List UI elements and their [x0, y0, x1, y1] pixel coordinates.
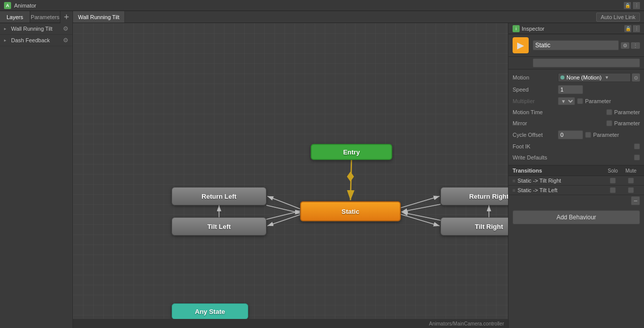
motion-time-param-label: Parameter	[614, 109, 640, 115]
status-bar-text: Animators/MainCamera.controller	[429, 321, 504, 326]
node-return-right[interactable]: Return Right	[441, 187, 508, 205]
motion-time-checkbox[interactable]	[606, 109, 612, 115]
write-defaults-label: Write Defaults	[513, 154, 558, 160]
inspector-title-bar: i Inspector 🔒 ⋮	[509, 23, 644, 34]
multiplier-label: Multiplier	[513, 98, 558, 104]
node-static-label: Static	[341, 208, 359, 215]
transition-label-tilt-right: Static -> Tilt Right	[518, 178, 604, 184]
node-entry-label: Entry	[343, 148, 360, 156]
lock-btn[interactable]: 🔒	[624, 2, 631, 9]
motion-dot	[560, 75, 564, 79]
node-tilt-right[interactable]: Tilt Right	[441, 217, 508, 235]
sidebar-item-label-wall-running-tilt: Wall Running Tilt	[11, 26, 63, 32]
node-tilt-right-label: Tilt Right	[475, 223, 503, 230]
inspector-settings-btn[interactable]: ⚙	[621, 42, 629, 49]
transition-row-tilt-left[interactable]: ≡ Static -> Tilt Left	[509, 186, 644, 195]
cycle-offset-param-label: Parameter	[593, 132, 619, 138]
multiplier-param-label: Parameter	[585, 98, 611, 104]
svg-marker-4	[347, 172, 354, 182]
node-any-state-label: Any State	[195, 308, 225, 315]
transition-solo-cb-tilt-left	[604, 187, 622, 193]
multiplier-row: Multiplier ▼ Parameter	[509, 96, 644, 107]
multiplier-checkbox[interactable]	[577, 98, 583, 104]
node-entry[interactable]: Entry	[311, 144, 392, 160]
inspector-lock-btn[interactable]: 🔒	[624, 25, 631, 32]
svg-line-8	[266, 211, 301, 219]
svg-line-12	[402, 212, 441, 220]
inspector-menu-btn[interactable]: ⋮	[633, 25, 640, 32]
mirror-checkbox[interactable]	[606, 120, 612, 126]
inspector-icon: i	[513, 25, 520, 32]
inspector-obj-btns: ⚙ ⋮	[621, 42, 640, 49]
node-static[interactable]: Static	[300, 201, 401, 221]
node-any-state[interactable]: Any State	[172, 303, 248, 319]
svg-line-5	[267, 196, 301, 209]
motion-label: Motion	[513, 74, 558, 80]
mute-checkbox-tilt-left[interactable]	[628, 187, 634, 193]
motion-time-label: Motion Time	[513, 109, 558, 115]
inspector-title-btns: 🔒 ⋮	[624, 25, 640, 32]
remove-transition-btn[interactable]: −	[631, 196, 640, 205]
mirror-row: Mirror Parameter	[509, 118, 644, 129]
add-behaviour-btn[interactable]: Add Behaviour	[513, 210, 640, 224]
canvas-area: Entry Static Return Left Tilt Left Retur…	[73, 23, 508, 328]
auto-live-link-btn[interactable]: Auto Live Link	[596, 13, 640, 22]
transitions-minus-area: −	[509, 195, 644, 206]
transitions-title: Transitions	[513, 168, 604, 174]
state-machine-icon: ▶	[513, 37, 529, 53]
motion-select[interactable]: None (Motion) ▼	[558, 73, 631, 82]
title-bar-actions: 🔒 ⋮	[624, 2, 640, 9]
svg-line-6	[266, 205, 301, 213]
cycle-offset-input[interactable]	[558, 130, 583, 139]
foot-ik-checkbox[interactable]	[634, 143, 640, 149]
gear-icon-wall-running-tilt[interactable]: ⚙	[63, 25, 68, 32]
transition-label-tilt-left: Static -> Tilt Left	[518, 187, 604, 193]
node-return-left[interactable]: Return Left	[172, 187, 266, 205]
node-tilt-left[interactable]: Tilt Left	[172, 217, 266, 235]
svg-line-10	[401, 204, 441, 212]
transition-handle-icon: ≡	[513, 178, 516, 184]
title-bar: A Animator 🔒 ⋮	[0, 0, 644, 11]
transition-solo-cb-tilt-right	[604, 178, 622, 184]
speed-row: Speed	[509, 84, 644, 96]
inspector-title: Inspector	[522, 26, 624, 32]
connector-svg	[73, 23, 508, 328]
add-layer-btn[interactable]: +	[60, 11, 73, 23]
speed-input[interactable]	[558, 85, 583, 94]
cycle-offset-checkbox[interactable]	[585, 132, 591, 138]
tag-row	[509, 57, 644, 69]
inspector-more-btn[interactable]: ⋮	[631, 42, 640, 49]
solo-checkbox-tilt-left[interactable]	[610, 187, 616, 193]
svg-line-3	[350, 160, 351, 200]
title-bar-title: Animator	[14, 3, 36, 9]
node-return-right-label: Return Right	[469, 193, 508, 200]
svg-line-11	[401, 214, 440, 226]
transition-row-tilt-right[interactable]: ≡ Static -> Tilt Right	[509, 176, 644, 186]
object-name-input[interactable]	[533, 40, 619, 50]
node-return-left-label: Return Left	[201, 193, 236, 200]
solo-checkbox-tilt-right[interactable]	[610, 178, 616, 184]
gear-icon-dash-feedback[interactable]: ⚙	[63, 37, 68, 44]
tag-input[interactable]	[533, 58, 640, 67]
foot-ik-label: Foot IK	[513, 143, 558, 149]
transition-mute-cb-tilt-right	[622, 178, 640, 184]
sidebar-item-wall-running-tilt[interactable]: ▸ Wall Running Tilt ⚙	[0, 23, 73, 35]
tab-wall-running-tilt[interactable]: Wall Running Tilt	[73, 11, 125, 23]
node-tilt-left-label: Tilt Left	[207, 223, 231, 230]
tab-parameters[interactable]: Parameters	[30, 11, 60, 23]
menu-btn[interactable]: ⋮	[633, 2, 640, 9]
transitions-header: Transitions Solo Mute	[509, 165, 644, 176]
write-defaults-checkbox[interactable]	[634, 154, 640, 160]
motion-row: Motion None (Motion) ▼ ⊙	[509, 71, 644, 84]
transitions-solo-label: Solo	[604, 168, 622, 174]
multiplier-dropdown[interactable]: ▼	[558, 97, 575, 105]
transitions-mute-label: Mute	[622, 168, 640, 174]
motion-pick-btn[interactable]: ⊙	[632, 73, 640, 81]
svg-line-7	[267, 214, 301, 226]
sidebar-item-dash-feedback[interactable]: ▸ Dash Feedback ⚙	[0, 35, 73, 46]
animator-icon: A	[4, 2, 11, 9]
tab-layers[interactable]: Layers	[0, 11, 30, 23]
mirror-param-label: Parameter	[614, 120, 640, 126]
mute-checkbox-tilt-right[interactable]	[628, 178, 634, 184]
status-bar: Animators/MainCamera.controller	[73, 319, 508, 328]
